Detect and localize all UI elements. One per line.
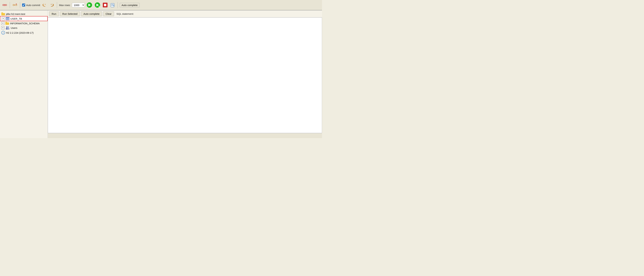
- run-button[interactable]: Run: [49, 11, 59, 16]
- connection-folder-icon: [1, 12, 5, 15]
- sidebar-item-users-label: Users: [11, 26, 17, 29]
- max-rows-select[interactable]: 1000 100 500 5000 10000: [72, 3, 85, 7]
- script-button[interactable]: [110, 2, 116, 8]
- main-toolbar: Auto commit 0 0 Max rows: 1000 100 500 5…: [0, 0, 322, 10]
- svg-text:0: 0: [51, 3, 52, 5]
- connect-icon: [2, 3, 7, 7]
- run-cursor-button[interactable]: ▌: [94, 2, 101, 8]
- auto-commit-label: Auto commit: [26, 4, 40, 6]
- play-icon: [87, 2, 92, 8]
- sql-editor[interactable]: [48, 17, 322, 133]
- expand-users[interactable]: +: [1, 26, 4, 29]
- disconnect-icon: [12, 3, 17, 7]
- information-schema-folder-icon: [5, 22, 9, 25]
- svg-text:0: 0: [45, 3, 46, 5]
- table-icon: [6, 17, 10, 20]
- svg-point-20: [8, 26, 9, 28]
- auto-commit-checkbox[interactable]: [22, 3, 25, 6]
- run-play-button[interactable]: [86, 2, 93, 8]
- sidebar-item-user-tb-label: USER_TB: [10, 17, 22, 20]
- expand-information-schema[interactable]: +: [1, 22, 4, 25]
- toolbar-auto-complete-button[interactable]: Auto complete: [120, 3, 140, 7]
- clear-button[interactable]: Clear: [103, 11, 114, 16]
- users-icon: [5, 26, 10, 29]
- sidebar-item-users[interactable]: + Users: [0, 25, 48, 30]
- sql-editor-area: [48, 17, 322, 133]
- divider-3: [57, 2, 57, 8]
- disconnect-button[interactable]: [12, 2, 18, 8]
- main-layout: jdbc:h2:mem:test + USER_TB + INFORMATION…: [0, 10, 322, 138]
- divider-1: [10, 2, 10, 8]
- sql-toolbar: Run Run Selected Auto complete Clear SQL…: [48, 10, 322, 17]
- svg-point-7: [16, 4, 17, 6]
- stop-icon: [103, 3, 108, 7]
- expand-user-tb[interactable]: +: [2, 17, 5, 20]
- sidebar-item-h2-version: i H2 2.2.224 (2023-09-17): [0, 30, 48, 35]
- redo-button[interactable]: 0: [49, 2, 55, 8]
- info-icon: i: [1, 31, 5, 34]
- sidebar-item-information-schema-label: INFORMATION_SCHEMA: [10, 22, 40, 25]
- max-rows-label: Max rows:: [59, 4, 70, 6]
- sidebar-item-h2-version-label: H2 2.2.224 (2023-09-17): [6, 31, 34, 34]
- stop-button[interactable]: [102, 2, 108, 8]
- connect-button[interactable]: [2, 2, 8, 8]
- undo-icon: 0: [42, 3, 47, 7]
- sidebar-item-information-schema[interactable]: + INFORMATION_SCHEMA: [0, 21, 48, 25]
- svg-point-0: [3, 4, 4, 6]
- svg-point-1: [5, 4, 7, 6]
- sidebar-item-user-tb[interactable]: + USER_TB: [0, 16, 48, 21]
- sidebar-connection[interactable]: jdbc:h2:mem:test: [0, 12, 48, 16]
- sidebar: jdbc:h2:mem:test + USER_TB + INFORMATION…: [0, 10, 48, 138]
- svg-point-22: [7, 28, 10, 29]
- undo-button[interactable]: 0: [42, 2, 48, 8]
- redo-icon: 0: [50, 3, 54, 7]
- svg-point-19: [6, 26, 8, 28]
- max-rows-area: Max rows: 1000 100 500 5000 10000: [59, 3, 84, 7]
- svg-point-6: [13, 4, 14, 6]
- connection-label: jdbc:h2:mem:test: [6, 12, 25, 15]
- sql-statement-label: SQL statement:: [116, 12, 134, 15]
- play-cursor-icon: ▌: [95, 2, 100, 8]
- run-selected-button[interactable]: Run Selected: [60, 11, 80, 16]
- content-area: Run Run Selected Auto complete Clear SQL…: [48, 10, 322, 138]
- bottom-strip: [48, 133, 322, 138]
- auto-complete-button[interactable]: Auto complete: [81, 11, 102, 16]
- divider-4: [118, 2, 118, 8]
- auto-commit-area: Auto commit: [22, 3, 40, 6]
- script-icon: [110, 3, 115, 7]
